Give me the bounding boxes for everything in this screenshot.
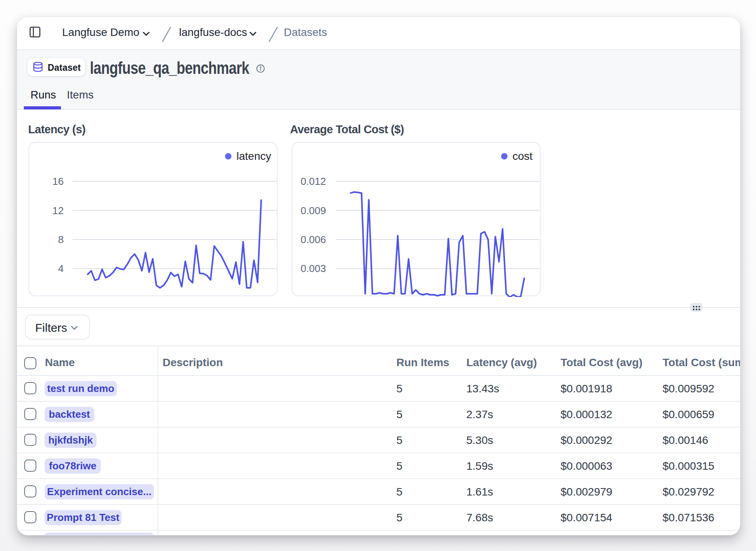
svg-text:4: 4 <box>58 263 64 274</box>
svg-text:8: 8 <box>58 234 64 245</box>
svg-text:16: 16 <box>52 175 64 187</box>
svg-text:12: 12 <box>52 205 64 216</box>
svg-text:0.009: 0.009 <box>301 205 326 216</box>
svg-text:0.003: 0.003 <box>301 263 326 274</box>
svg-text:0.006: 0.006 <box>301 234 326 245</box>
svg-text:latency: latency <box>236 150 271 162</box>
svg-text:cost: cost <box>512 150 533 162</box>
svg-text:0.012: 0.012 <box>301 175 326 187</box>
